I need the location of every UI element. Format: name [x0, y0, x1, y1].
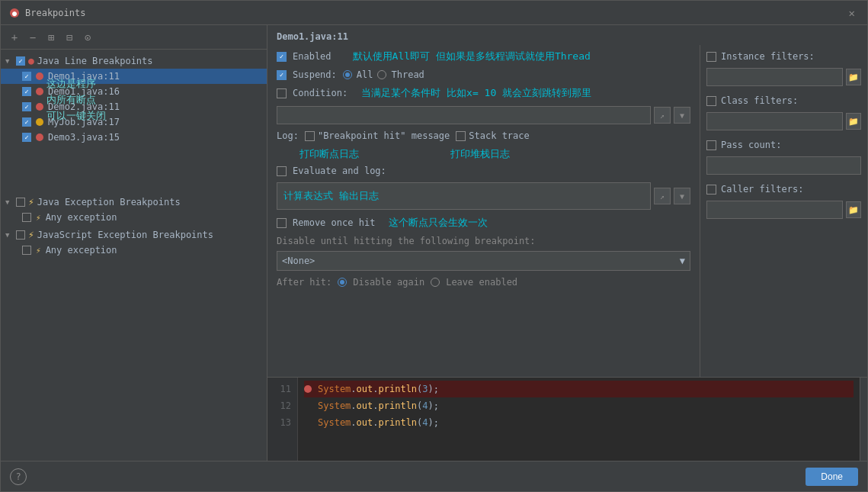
java-exception-group: ▼ ⚡ Java Exception Breakpoints ⚡ Any exc… — [1, 194, 267, 225]
condition-expand-btn[interactable]: ↗ — [654, 107, 671, 124]
condition-row: Condition: 当满足某个条件时 比如x= 10 就会立刻跳转到那里 — [277, 86, 690, 100]
bp-item-demo1-11[interactable]: Demo1.java:11 — [1, 69, 267, 84]
js-exception-header[interactable]: ▼ ⚡ JavaScript Exception Breakpoints — [1, 227, 267, 243]
java-line-header[interactable]: ▼ ● Java Line Breakpoints — [1, 53, 267, 69]
bp-checkbox[interactable] — [22, 87, 31, 96]
evaluate-input[interactable]: 计算表达式 输出日志 — [277, 182, 651, 210]
js-exception-checkbox[interactable] — [16, 230, 25, 240]
condition-label: Condition: — [293, 88, 348, 98]
pass-count-checkbox[interactable] — [706, 140, 716, 150]
bp-item-myjob-17[interactable]: MyJob.java:17 — [1, 114, 267, 130]
chevron-down-icon: ▼ — [5, 231, 13, 239]
remove-once-checkbox[interactable] — [277, 218, 287, 228]
condition-annotation: 当满足某个条件时 比如x= 10 就会立刻跳转到那里 — [361, 86, 591, 100]
evaluate-label: Evaluate and log: — [293, 166, 386, 176]
suspend-row: Suspend: All Thread — [277, 69, 690, 80]
bp-item-demo1-16[interactable]: Demo1.java:16 — [1, 84, 267, 99]
remove-once-annotation: 这个断点只会生效一次 — [389, 216, 488, 230]
leave-enabled-radio[interactable] — [431, 278, 440, 287]
java-line-checkbox[interactable] — [16, 56, 25, 66]
pass-count-input[interactable] — [706, 156, 861, 175]
bp-checkbox[interactable] — [22, 72, 31, 81]
java-line-label: Java Line Breakpoints — [37, 56, 153, 66]
log-breakpoint-label: "Breakpoint hit" message — [318, 130, 450, 141]
remove-button[interactable]: − — [25, 30, 40, 45]
bp-checkbox[interactable] — [22, 133, 31, 142]
java-exception-checkbox[interactable] — [16, 198, 25, 207]
bp-item-any-exception-js[interactable]: ⚡ Any exception — [1, 243, 267, 258]
instance-filters-folder-btn[interactable]: 📁 — [846, 69, 861, 85]
evaluate-expand-btn[interactable]: ↗ — [654, 188, 671, 204]
class-filters-input-row: 📁 — [706, 112, 861, 130]
log-stacktrace-checkbox[interactable] — [456, 131, 466, 141]
add-button[interactable]: + — [7, 30, 22, 45]
log-label: Log: — [277, 130, 299, 141]
camera-button[interactable]: ⊙ — [80, 30, 95, 45]
bp-label: Demo2.java:11 — [48, 101, 120, 112]
suspend-all-radio[interactable] — [343, 70, 352, 79]
bp-selected-title: Demo1.java:11 — [267, 25, 867, 45]
bp-item-demo2-11[interactable]: Demo2.java:11 — [1, 99, 267, 114]
java-exception-label: Java Exception Breakpoints — [37, 197, 181, 207]
java-line-dot-icon: ● — [28, 55, 34, 66]
bp-item-any-exception-java[interactable]: ⚡ Any exception — [1, 210, 267, 225]
instance-filters-checkbox[interactable] — [706, 52, 716, 62]
evaluate-dropdown-btn[interactable]: ▼ — [674, 188, 690, 204]
suspend-thread-radio[interactable] — [377, 70, 386, 79]
caller-filters-input[interactable] — [706, 201, 843, 219]
caller-filters-input-row: 📁 — [706, 201, 861, 219]
scrollbar[interactable] — [860, 378, 867, 461]
code-text: System.out.println(4); — [318, 400, 439, 411]
class-filters-row: Class filters: — [706, 95, 861, 106]
expand-button[interactable]: ⊞ — [43, 30, 59, 45]
left-toolbar: + − ⊞ ⊟ ⊙ — [1, 25, 267, 50]
caller-filters-folder-btn[interactable]: 📁 — [846, 201, 861, 218]
bp-item-demo3-15[interactable]: Demo3.java:15 — [1, 130, 267, 145]
bp-checkbox[interactable] — [22, 117, 31, 127]
log-breakpoint-checkbox[interactable] — [305, 131, 315, 141]
close-button[interactable]: ✕ — [844, 5, 860, 21]
instance-filters-label: Instance filters: — [721, 51, 815, 62]
class-filters-folder-btn[interactable]: 📁 — [846, 113, 861, 130]
caller-filters-label: Caller filters: — [721, 184, 803, 195]
code-text: System.out.println(3); — [318, 384, 439, 394]
disable-until-label: Disable until hitting the following brea… — [277, 236, 690, 246]
disable-again-label: Disable again — [353, 277, 424, 288]
bp-checkbox[interactable] — [22, 246, 31, 255]
line-num-12: 12 — [267, 397, 297, 414]
bp-checkbox[interactable] — [22, 102, 31, 111]
evaluate-checkbox[interactable] — [277, 166, 287, 176]
done-button[interactable]: Done — [806, 468, 858, 486]
log-annotation-left: 打印断点日志 — [299, 147, 359, 161]
dialog-title: Breakpoints — [25, 8, 85, 18]
condition-dropdown-btn[interactable]: ▼ — [674, 107, 690, 124]
remove-once-row: Remove once hit 这个断点只会生效一次 — [277, 216, 690, 230]
bp-label: Demo1.java:16 — [48, 86, 120, 97]
disable-again-radio[interactable] — [338, 278, 347, 287]
condition-checkbox[interactable] — [277, 88, 287, 98]
caller-filters-checkbox[interactable] — [706, 185, 716, 195]
class-filters-label: Class filters: — [721, 95, 798, 106]
enabled-annotation: 默认使用All即可 但如果是多线程调试就使用Thread — [353, 50, 591, 63]
help-button[interactable]: ? — [10, 468, 27, 485]
java-exception-header[interactable]: ▼ ⚡ Java Exception Breakpoints — [1, 194, 267, 210]
line-num-13: 13 — [267, 414, 297, 431]
breakpoints-icon: ● — [8, 7, 21, 19]
class-filters-checkbox[interactable] — [706, 96, 716, 106]
filters-panel: Instance filters: 📁 Class filters: 📁 — [700, 45, 867, 377]
condition-input[interactable] — [277, 106, 651, 124]
left-panel: + − ⊞ ⊟ ⊙ ▼ ● Java Line Breakpoints — [1, 25, 267, 461]
class-filters-input[interactable] — [706, 112, 843, 130]
disable-until-dropdown[interactable]: <None> ▼ — [277, 251, 690, 271]
collapse-button[interactable]: ⊟ — [62, 30, 77, 45]
enabled-checkbox[interactable] — [277, 52, 287, 62]
instance-filters-input[interactable] — [706, 68, 843, 86]
log-annotation-right: 打印堆栈日志 — [450, 147, 510, 161]
remove-once-label: Remove once hit — [293, 217, 375, 228]
pass-count-input-row — [706, 156, 861, 175]
code-gutter: 11 12 13 — [267, 378, 298, 461]
suspend-checkbox[interactable] — [277, 70, 287, 80]
bp-checkbox[interactable] — [22, 213, 31, 222]
svg-text:●: ● — [12, 9, 17, 18]
enabled-label: Enabled — [293, 51, 332, 62]
